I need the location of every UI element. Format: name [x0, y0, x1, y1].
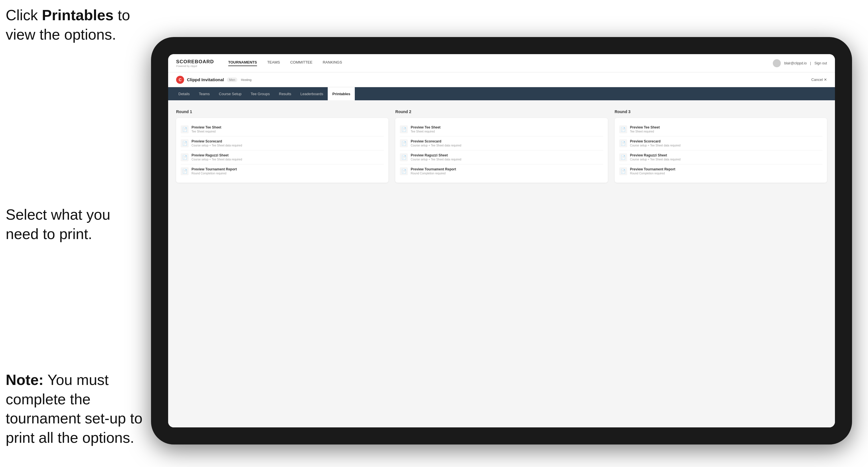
scoreboard-sub: Powered by clippd — [176, 65, 214, 67]
round-1-card: 📄 Preview Tee Sheet Tee Sheet required 📄… — [176, 118, 389, 183]
r2-scorecard-subtitle: Course setup + Tee Sheet data required — [411, 144, 603, 147]
r3-scorecard[interactable]: 📄 Preview Scorecard Course setup + Tee S… — [619, 136, 823, 150]
tab-teams[interactable]: Teams — [194, 87, 214, 100]
r3-tee-sheet-icon: 📄 — [619, 125, 627, 133]
instruction-top: Click Printables toview the options. — [6, 6, 130, 44]
tab-details[interactable]: Details — [174, 87, 194, 100]
instruction-top-text: Click Printables toview the options. — [6, 7, 130, 43]
r1-tee-sheet-text: Preview Tee Sheet Tee Sheet required — [191, 125, 384, 133]
r2-tee-sheet-icon: 📄 — [400, 125, 408, 133]
r1-raguzzi-subtitle: Course setup + Tee Sheet data required — [191, 158, 384, 161]
sign-out-link[interactable]: Sign out — [814, 61, 827, 65]
round-1-section: Round 1 📄 Preview Tee Sheet Tee Sheet re… — [176, 110, 389, 183]
scoreboard-logo: SCOREBOARD Powered by clippd — [176, 59, 214, 67]
instruction-middle: Select what you need to print. — [6, 205, 143, 244]
tournament-logo-letter: C — [179, 77, 182, 82]
r1-tournament-report[interactable]: 📄 Preview Tournament Report Round Comple… — [181, 164, 384, 178]
round-2-title: Round 2 — [395, 110, 608, 114]
instruction-bottom: Note: You must complete the tournament s… — [6, 370, 143, 447]
r3-tournament-report-subtitle: Round Completion required — [630, 172, 823, 175]
separator: | — [810, 61, 811, 65]
top-nav-right: blair@clippd.io | Sign out — [773, 59, 827, 67]
r2-tee-sheet-title: Preview Tee Sheet — [411, 125, 603, 129]
round-3-title: Round 3 — [615, 110, 827, 114]
tournament-badge: Men — [227, 77, 237, 82]
tab-results[interactable]: Results — [274, 87, 296, 100]
user-email: blair@clippd.io — [784, 61, 807, 65]
r1-tournament-report-icon: 📄 — [181, 167, 189, 175]
top-nav: SCOREBOARD Powered by clippd TOURNAMENTS… — [168, 54, 835, 72]
round-2-section: Round 2 📄 Preview Tee Sheet Tee Sheet re… — [395, 110, 608, 183]
r1-tee-sheet-title: Preview Tee Sheet — [191, 125, 384, 129]
r2-tournament-report[interactable]: 📄 Preview Tournament Report Round Comple… — [400, 164, 603, 178]
nav-rankings[interactable]: RANKINGS — [322, 60, 342, 66]
r3-scorecard-subtitle: Course setup + Tee Sheet data required — [630, 144, 823, 147]
r3-raguzzi[interactable]: 📄 Preview Raguzzi Sheet Course setup + T… — [619, 150, 823, 164]
r1-raguzzi-icon: 📄 — [181, 153, 189, 161]
r1-raguzzi-text: Preview Raguzzi Sheet Course setup + Tee… — [191, 153, 384, 161]
tournament-header: C Clippd Invitational Men Hosting Cancel… — [168, 72, 835, 87]
user-avatar — [773, 59, 781, 67]
r1-tournament-report-subtitle: Round Completion required — [191, 172, 384, 175]
r3-tee-sheet[interactable]: 📄 Preview Tee Sheet Tee Sheet required — [619, 123, 823, 136]
r2-scorecard-text: Preview Scorecard Course setup + Tee She… — [411, 139, 603, 147]
r3-tournament-report-text: Preview Tournament Report Round Completi… — [630, 167, 823, 175]
r2-tee-sheet-text: Preview Tee Sheet Tee Sheet required — [411, 125, 603, 133]
r1-raguzzi[interactable]: 📄 Preview Raguzzi Sheet Course setup + T… — [181, 150, 384, 164]
nav-teams[interactable]: TEAMS — [267, 60, 280, 66]
nav-committee[interactable]: COMMITTEE — [290, 60, 312, 66]
r2-tournament-report-icon: 📄 — [400, 167, 408, 175]
r1-tee-sheet-icon: 📄 — [181, 125, 189, 133]
r1-tee-sheet-subtitle: Tee Sheet required — [191, 130, 384, 133]
r3-scorecard-icon: 📄 — [619, 139, 627, 147]
round-1-title: Round 1 — [176, 110, 389, 114]
tab-tee-groups[interactable]: Tee Groups — [246, 87, 274, 100]
r2-tee-sheet-subtitle: Tee Sheet required — [411, 130, 603, 133]
r3-raguzzi-icon: 📄 — [619, 153, 627, 161]
r3-tee-sheet-subtitle: Tee Sheet required — [630, 130, 823, 133]
nav-tournaments[interactable]: TOURNAMENTS — [228, 60, 257, 66]
round-3-card: 📄 Preview Tee Sheet Tee Sheet required 📄… — [615, 118, 827, 183]
r3-raguzzi-title: Preview Raguzzi Sheet — [630, 153, 823, 157]
r2-tournament-report-text: Preview Tournament Report Round Completi… — [411, 167, 603, 175]
r3-raguzzi-subtitle: Course setup + Tee Sheet data required — [630, 158, 823, 161]
r3-scorecard-text: Preview Scorecard Course setup + Tee She… — [630, 139, 823, 147]
r2-raguzzi[interactable]: 📄 Preview Raguzzi Sheet Course setup + T… — [400, 150, 603, 164]
tournament-name: Clippd Invitational — [187, 77, 224, 82]
r3-scorecard-title: Preview Scorecard — [630, 139, 823, 143]
scoreboard-title: SCOREBOARD — [176, 59, 214, 65]
r1-scorecard-title: Preview Scorecard — [191, 139, 384, 143]
tablet-screen: SCOREBOARD Powered by clippd TOURNAMENTS… — [168, 54, 835, 427]
r3-tournament-report-icon: 📄 — [619, 167, 627, 175]
tab-leaderboards[interactable]: Leaderboards — [296, 87, 328, 100]
top-nav-links: TOURNAMENTS TEAMS COMMITTEE RANKINGS — [228, 60, 773, 66]
r1-scorecard-subtitle: Course setup + Tee Sheet data required — [191, 144, 384, 147]
note-bold: Note: — [6, 372, 43, 388]
r2-raguzzi-text: Preview Raguzzi Sheet Course setup + Tee… — [411, 153, 603, 161]
instruction-middle-text: Select what you need to print. — [6, 206, 110, 242]
round-2-card: 📄 Preview Tee Sheet Tee Sheet required 📄… — [395, 118, 608, 183]
tab-course-setup[interactable]: Course Setup — [214, 87, 246, 100]
r1-scorecard[interactable]: 📄 Preview Scorecard Course setup + Tee S… — [181, 136, 384, 150]
r3-tee-sheet-text: Preview Tee Sheet Tee Sheet required — [630, 125, 823, 133]
r2-tee-sheet[interactable]: 📄 Preview Tee Sheet Tee Sheet required — [400, 123, 603, 136]
tab-printables[interactable]: Printables — [328, 87, 355, 100]
r2-tournament-report-title: Preview Tournament Report — [411, 167, 603, 171]
cancel-button[interactable]: Cancel ✕ — [811, 77, 827, 82]
r1-tee-sheet[interactable]: 📄 Preview Tee Sheet Tee Sheet required — [181, 123, 384, 136]
r2-scorecard[interactable]: 📄 Preview Scorecard Course setup + Tee S… — [400, 136, 603, 150]
r1-tournament-report-title: Preview Tournament Report — [191, 167, 384, 171]
round-3-section: Round 3 📄 Preview Tee Sheet Tee Sheet re… — [615, 110, 827, 183]
r2-raguzzi-icon: 📄 — [400, 153, 408, 161]
r3-tournament-report[interactable]: 📄 Preview Tournament Report Round Comple… — [619, 164, 823, 178]
r3-tee-sheet-title: Preview Tee Sheet — [630, 125, 823, 129]
r3-raguzzi-text: Preview Raguzzi Sheet Course setup + Tee… — [630, 153, 823, 161]
main-content: Round 1 📄 Preview Tee Sheet Tee Sheet re… — [168, 100, 835, 427]
r1-scorecard-icon: 📄 — [181, 139, 189, 147]
r1-scorecard-text: Preview Scorecard Course setup + Tee She… — [191, 139, 384, 147]
r1-tournament-report-text: Preview Tournament Report Round Completi… — [191, 167, 384, 175]
sub-nav: Details Teams Course Setup Tee Groups Re… — [168, 87, 835, 100]
r3-tournament-report-title: Preview Tournament Report — [630, 167, 823, 171]
tournament-status: Hosting — [241, 78, 251, 82]
r1-raguzzi-title: Preview Raguzzi Sheet — [191, 153, 384, 157]
